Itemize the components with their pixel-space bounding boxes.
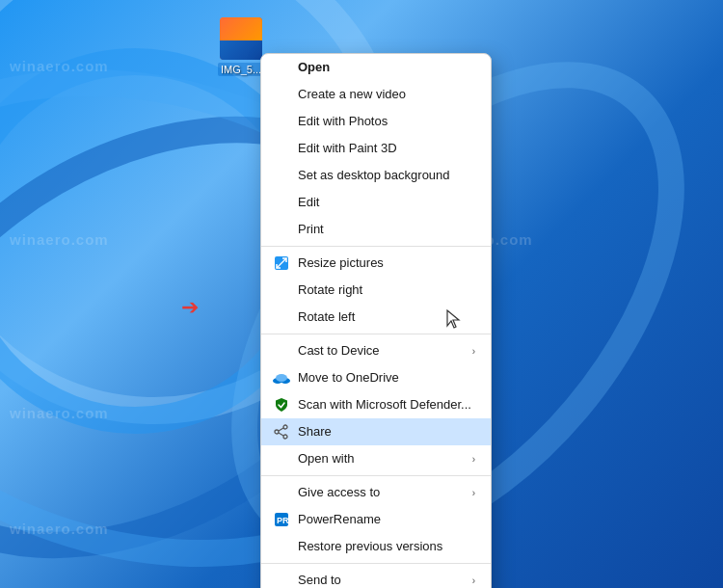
menu-item-restore-versions[interactable]: Restore previous versions (261, 533, 491, 560)
menu-icon-onedrive (273, 369, 290, 387)
menu-icon-print (273, 221, 290, 238)
menu-item-cast[interactable]: Cast to Device› (261, 337, 491, 364)
menu-label-edit: Edit (298, 195, 475, 211)
menu-label-powerrename: PowerRename (298, 512, 475, 528)
menu-label-open: Open (298, 60, 475, 76)
menu-label-defender: Scan with Microsoft Defender... (298, 397, 475, 414)
svg-line-8 (279, 428, 283, 431)
menu-item-edit-photos[interactable]: Edit with Photos (261, 108, 491, 135)
menu-arrow-send-to: › (472, 575, 475, 586)
menu-label-open-with: Open with (298, 451, 472, 468)
menu-icon-edit-photos (273, 113, 290, 130)
menu-icon-rotate-right (273, 281, 290, 299)
menu-icon-give-access (273, 484, 290, 501)
watermark-7: winaero.com (10, 521, 109, 537)
menu-label-rotate-right: Rotate right (298, 282, 475, 299)
menu-separator-after-print (261, 246, 491, 247)
menu-item-send-to[interactable]: Send to› (261, 567, 491, 588)
menu-icon-share (273, 423, 290, 441)
menu-icon-cast (273, 342, 290, 360)
menu-item-edit-paint3d[interactable]: Edit with Paint 3D (261, 135, 491, 162)
menu-icon-create-video (273, 86, 290, 103)
menu-item-onedrive[interactable]: Move to OneDrive (261, 364, 491, 391)
menu-icon-set-background (273, 167, 290, 184)
menu-item-rotate-left[interactable]: Rotate left (261, 304, 491, 331)
menu-separator-after-rotate-left (261, 334, 491, 334)
menu-separator-after-open-with (261, 475, 491, 476)
svg-line-9 (279, 433, 283, 436)
svg-point-4 (276, 374, 287, 382)
menu-icon-edit (273, 194, 290, 211)
menu-item-resize[interactable]: Resize pictures (261, 250, 491, 277)
menu-label-cast: Cast to Device (298, 343, 472, 360)
menu-item-set-background[interactable]: Set as desktop background (261, 162, 491, 189)
menu-item-powerrename[interactable]: PRPowerRename (261, 506, 491, 533)
menu-label-onedrive: Move to OneDrive (298, 370, 475, 387)
watermark-3: winaero.com (10, 231, 109, 248)
menu-icon-rotate-left (273, 308, 290, 326)
menu-icon-open (273, 59, 290, 76)
menu-icon-open-with (273, 450, 290, 468)
desktop-icon-image (220, 17, 262, 60)
context-menu: OpenCreate a new videoEdit with PhotosEd… (260, 53, 492, 588)
menu-item-print[interactable]: Print (261, 216, 491, 243)
svg-text:PR: PR (277, 516, 288, 525)
menu-icon-resize (273, 254, 290, 272)
svg-point-7 (275, 430, 279, 434)
svg-point-5 (283, 425, 287, 429)
desktop-icon-label: IMG_5... (218, 63, 264, 76)
menu-item-edit[interactable]: Edit (261, 189, 491, 216)
menu-item-rotate-right[interactable]: Rotate right (261, 277, 491, 304)
svg-point-6 (283, 435, 287, 439)
menu-icon-powerrename: PR (273, 511, 290, 528)
menu-item-share[interactable]: Share (261, 418, 491, 445)
menu-item-give-access[interactable]: Give access to› (261, 479, 491, 506)
menu-label-give-access: Give access to (298, 485, 472, 501)
menu-arrow-open-with: › (472, 454, 475, 465)
menu-label-set-background: Set as desktop background (298, 168, 475, 184)
menu-item-open[interactable]: Open (261, 54, 491, 81)
menu-label-create-video: Create a new video (298, 87, 475, 103)
menu-label-edit-photos: Edit with Photos (298, 114, 475, 130)
menu-arrow-cast: › (472, 346, 475, 357)
menu-label-print: Print (298, 222, 475, 238)
menu-icon-edit-paint3d (273, 140, 290, 157)
watermark-5: winaero.com (10, 405, 109, 421)
menu-icon-defender (273, 396, 290, 414)
menu-icon-restore-versions (273, 538, 290, 555)
watermark-1: winaero.com (10, 58, 109, 74)
red-arrow-indicator: ➔ (181, 295, 199, 320)
menu-label-restore-versions: Restore previous versions (298, 539, 475, 555)
menu-item-defender[interactable]: Scan with Microsoft Defender... (261, 391, 491, 418)
menu-separator-after-restore-versions (261, 563, 491, 564)
menu-label-send-to: Send to (298, 573, 472, 588)
menu-label-rotate-left: Rotate left (298, 309, 475, 326)
menu-label-resize: Resize pictures (298, 255, 475, 272)
menu-icon-send-to (273, 572, 290, 588)
menu-label-edit-paint3d: Edit with Paint 3D (298, 141, 475, 157)
menu-item-open-with[interactable]: Open with› (261, 445, 491, 472)
menu-arrow-give-access: › (472, 488, 475, 498)
menu-item-create-video[interactable]: Create a new video (261, 81, 491, 108)
menu-label-share: Share (298, 424, 475, 441)
